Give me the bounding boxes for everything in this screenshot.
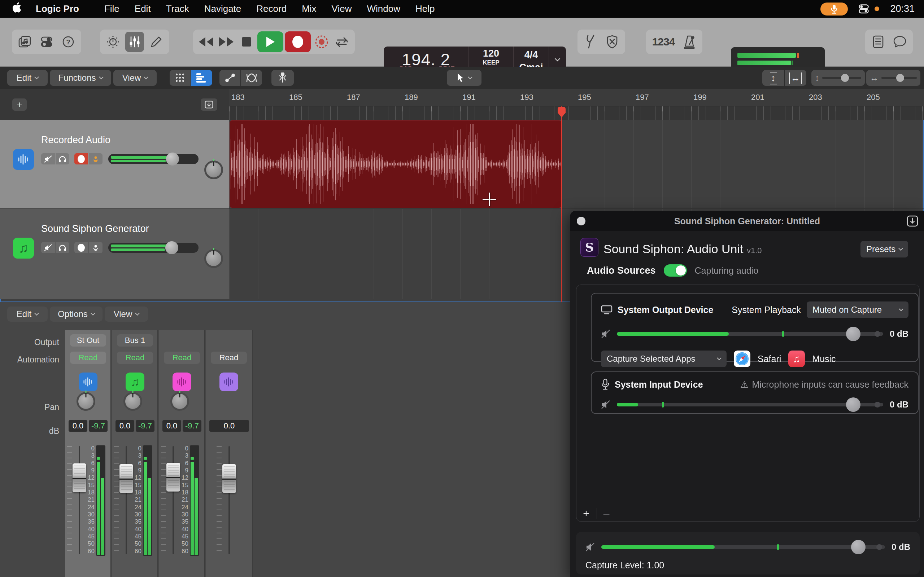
menu-item[interactable]: Window xyxy=(367,3,400,15)
input-volume-slider[interactable] xyxy=(617,403,883,406)
menu-item[interactable]: File xyxy=(104,3,120,15)
notes-chat-icon[interactable] xyxy=(890,32,909,52)
output-volume-slider[interactable] xyxy=(617,332,883,336)
peak-db-value[interactable]: -9.7 xyxy=(183,420,201,432)
volume-db-value[interactable]: 0.0 xyxy=(69,420,87,432)
help-icon[interactable]: ? xyxy=(59,32,78,52)
menu-item[interactable]: Record xyxy=(256,3,287,15)
link-button[interactable] xyxy=(907,215,918,228)
pan-knob[interactable] xyxy=(204,249,223,268)
grid-view-button[interactable] xyxy=(170,70,191,86)
track-header-options-button[interactable] xyxy=(201,98,217,111)
list-editors-icon[interactable] xyxy=(869,32,888,52)
capture-apps-dropdown[interactable]: Capture Selected Apps xyxy=(601,351,727,367)
track-header-sound-siphon[interactable]: ♫ Sound Siphon Generator xyxy=(0,209,229,299)
input-monitor-button[interactable] xyxy=(89,242,102,253)
remove-source-button[interactable]: – xyxy=(599,507,613,521)
apple-menu-icon[interactable] xyxy=(12,2,21,16)
timeline-ruler[interactable]: 183185187189191193195197199201203205 xyxy=(229,89,924,106)
mute-button[interactable] xyxy=(41,242,55,253)
output-button[interactable]: St Out xyxy=(70,334,106,347)
automation-mode-button[interactable]: Read xyxy=(164,351,200,364)
mixer-edit-menu[interactable]: Edit xyxy=(7,306,48,322)
slider-knob[interactable] xyxy=(846,327,861,341)
tuner-icon[interactable] xyxy=(103,32,122,52)
mixer-options-menu[interactable]: Options xyxy=(50,306,102,322)
fader-track[interactable] xyxy=(173,446,174,554)
solo-off-icon[interactable] xyxy=(603,32,622,52)
tuning-fork-icon[interactable] xyxy=(581,32,600,52)
track-name[interactable]: Sound Siphon Generator xyxy=(41,223,149,234)
add-source-button[interactable]: + xyxy=(579,507,593,521)
plugin-title-bar[interactable]: Sound Siphon Generator: Untitled xyxy=(570,211,924,231)
play-button[interactable] xyxy=(257,31,283,52)
volume-knob[interactable] xyxy=(166,153,179,166)
horizontal-zoom-slider[interactable]: ↔ xyxy=(866,70,921,86)
library-icon[interactable] xyxy=(16,32,34,52)
pointer-tool-menu[interactable] xyxy=(447,70,481,86)
input-monitor-button[interactable] xyxy=(89,153,102,164)
mute-button[interactable] xyxy=(41,153,55,164)
zoom-track[interactable] xyxy=(881,77,917,79)
tracks-view-menu[interactable]: View xyxy=(113,70,157,86)
mute-speaker-icon[interactable] xyxy=(601,329,611,338)
menu-item[interactable]: Help xyxy=(415,3,435,15)
system-input-device-card[interactable]: System Input Device ⚠ Microphone inputs … xyxy=(591,371,919,414)
pan-knob[interactable] xyxy=(170,392,189,411)
capture-level-slider[interactable] xyxy=(601,545,885,549)
close-button[interactable] xyxy=(577,217,585,226)
fader-track[interactable] xyxy=(228,446,230,554)
quick-help-toggles-icon[interactable] xyxy=(37,32,56,52)
record-button[interactable] xyxy=(285,31,311,52)
system-output-device-card[interactable]: System Output Device System Playback Mut… xyxy=(591,293,919,362)
flex-button[interactable] xyxy=(241,70,262,86)
metronome-icon[interactable] xyxy=(680,32,699,52)
count-in-button[interactable]: 1234 xyxy=(650,32,677,52)
mic-in-use-indicator[interactable] xyxy=(821,3,848,16)
volume-slider[interactable] xyxy=(108,154,199,164)
peak-db-value[interactable]: -9.7 xyxy=(89,420,108,432)
lcd-time-signature[interactable]: 4/4 xyxy=(514,49,549,61)
rewind-button[interactable] xyxy=(197,32,215,52)
forward-button[interactable] xyxy=(217,32,236,52)
channel-strip-1[interactable]: St Out Read 0.0 -9.7 0369121518212430354… xyxy=(65,330,111,577)
mixer-icon[interactable] xyxy=(125,32,144,52)
zoom-knob[interactable] xyxy=(841,74,849,82)
volume-db-value[interactable]: 0.0 xyxy=(209,420,249,432)
slider-knob[interactable] xyxy=(851,540,866,554)
fader-track[interactable] xyxy=(126,446,127,554)
cycle-button[interactable] xyxy=(333,32,351,52)
timeline-ruler-ticks[interactable] xyxy=(229,106,924,120)
playhead-line[interactable] xyxy=(561,106,562,302)
pan-knob[interactable] xyxy=(76,392,95,411)
menu-item[interactable]: Track xyxy=(166,3,189,15)
mixer-view-menu[interactable]: View xyxy=(105,306,148,322)
slider-knob[interactable] xyxy=(846,397,861,412)
mute-speaker-icon[interactable] xyxy=(601,400,611,409)
fader-track[interactable] xyxy=(79,446,80,554)
output-button[interactable]: Bus 1 xyxy=(117,334,153,347)
audio-sources-toggle[interactable] xyxy=(664,264,687,277)
volume-db-value[interactable]: 0.0 xyxy=(115,420,134,432)
channel-strip-4[interactable]: Read 0.0 M D xyxy=(206,330,253,577)
snap-button[interactable] xyxy=(271,70,294,86)
zoom-track[interactable] xyxy=(822,77,861,79)
track-name[interactable]: Recorded Audio xyxy=(41,134,110,146)
volume-knob[interactable] xyxy=(165,241,178,254)
tracks-edit-menu[interactable]: Edit xyxy=(7,70,48,86)
record-enable-button[interactable] xyxy=(74,242,88,253)
volume-slider[interactable] xyxy=(108,243,199,253)
lcd-tempo[interactable]: 120 xyxy=(469,48,513,59)
automation-mode-button[interactable]: Read xyxy=(70,351,106,364)
vertical-zoom-slider[interactable]: ↕ xyxy=(811,70,865,86)
menu-item[interactable]: Mix xyxy=(302,3,316,15)
tracks-view-button[interactable] xyxy=(191,70,212,86)
record-enable-button[interactable] xyxy=(74,153,88,164)
add-track-button[interactable]: + xyxy=(12,98,27,111)
fader-cap[interactable] xyxy=(222,464,236,493)
mute-speaker-icon[interactable] xyxy=(585,542,595,552)
pan-knob[interactable] xyxy=(123,392,142,411)
tracks-functions-menu[interactable]: Functions xyxy=(50,70,111,86)
system-playback-dropdown[interactable]: Muted on Capture xyxy=(807,301,908,318)
solo-button[interactable] xyxy=(56,242,69,253)
